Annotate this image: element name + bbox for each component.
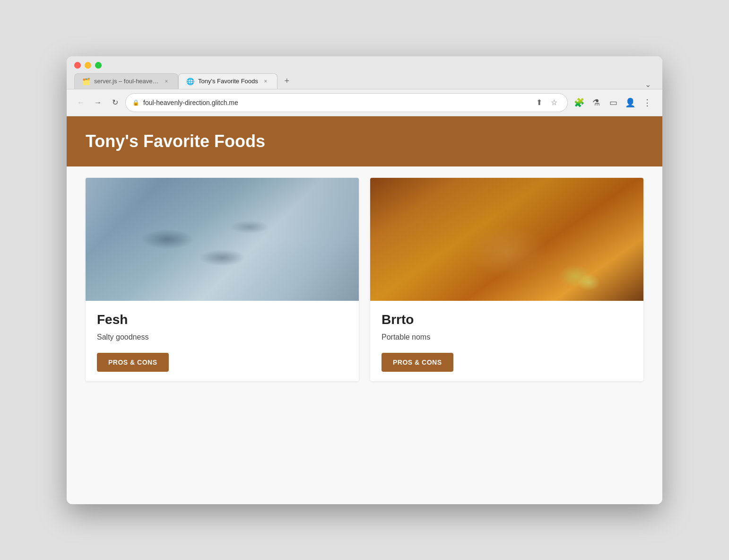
address-actions: ⬆ ☆ [532,96,561,109]
browser-window: 🗂️ server.js – foul-heavenly-di... × 🌐 T… [67,56,662,504]
share-button[interactable]: ⬆ [532,96,546,109]
menu-button[interactable]: ⋮ [640,95,655,110]
card-fish-image [86,178,359,301]
burrito-image-overlay [370,178,643,301]
flask-button[interactable]: ⚗ [589,95,604,110]
bookmark-button[interactable]: ☆ [547,96,561,109]
tab-server-close-button[interactable]: × [163,78,170,85]
tab-site-close-button[interactable]: × [262,78,269,85]
page-title: Tony's Favorite Foods [86,131,643,151]
maximize-window-button[interactable] [95,62,102,69]
title-bar: 🗂️ server.js – foul-heavenly-di... × 🌐 T… [67,56,662,89]
card-burrito-description: Portable noms [382,333,632,341]
new-tab-button[interactable]: + [279,74,295,89]
card-burrito-image [370,178,643,301]
lock-icon: 🔒 [132,99,139,106]
close-window-button[interactable] [74,62,81,69]
extensions-button[interactable]: 🧩 [572,95,587,110]
tab-server-label: server.js – foul-heavenly-di... [94,78,159,85]
card-fish: Fesh Salty goodness PROS & CONS [86,178,359,381]
card-burrito: Brrto Portable noms PROS & CONS [370,178,643,381]
card-burrito-body: Brrto Portable noms PROS & CONS [370,301,643,381]
card-fish-pros-cons-button[interactable]: PROS & CONS [97,353,169,372]
tabs-row: 🗂️ server.js – foul-heavenly-di... × 🌐 T… [74,73,655,89]
traffic-lights [74,62,655,69]
fish-image-overlay [86,178,359,301]
site-header: Tony's Favorite Foods [67,116,662,166]
back-button[interactable]: ← [74,96,87,109]
tab-dropdown-button[interactable]: ⌄ [641,80,655,89]
tab-server-icon: 🗂️ [82,78,90,85]
tab-site[interactable]: 🌐 Tony's Favorite Foods × [178,73,278,89]
cards-container: Fesh Salty goodness PROS & CONS Brrto Po… [67,166,662,393]
minimize-window-button[interactable] [85,62,91,69]
tab-server[interactable]: 🗂️ server.js – foul-heavenly-di... × [74,73,178,89]
tab-site-icon: 🌐 [186,78,194,85]
address-bar[interactable]: 🔒 foul-heavenly-direction.glitch.me ⬆ ☆ [125,93,568,112]
profile-button[interactable]: 👤 [623,95,638,110]
card-burrito-title: Brrto [382,312,632,327]
url-text: foul-heavenly-direction.glitch.me [143,99,529,106]
forward-button[interactable]: → [91,96,104,109]
card-burrito-pros-cons-button[interactable]: PROS & CONS [382,353,453,372]
page-content: Tony's Favorite Foods Fesh Salty goodnes… [67,116,662,504]
card-fish-description: Salty goodness [97,333,347,341]
reload-button[interactable]: ↻ [108,96,122,109]
layout-button[interactable]: ▭ [606,95,621,110]
address-bar-row: ← → ↻ 🔒 foul-heavenly-direction.glitch.m… [67,89,662,116]
tab-site-label: Tony's Favorite Foods [198,78,258,85]
card-fish-body: Fesh Salty goodness PROS & CONS [86,301,359,381]
card-fish-title: Fesh [97,312,347,327]
toolbar-icons: 🧩 ⚗ ▭ 👤 ⋮ [572,95,655,110]
